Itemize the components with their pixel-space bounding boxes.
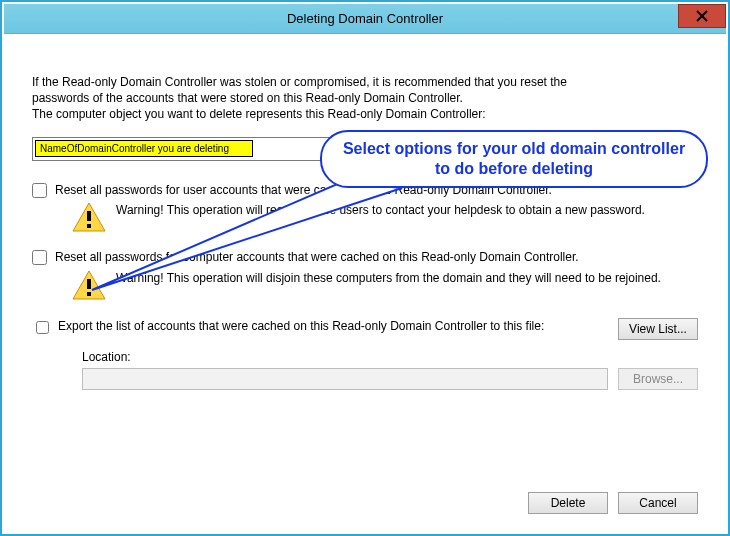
svg-rect-3 xyxy=(87,211,91,221)
checkbox-reset-computer[interactable] xyxy=(32,250,47,265)
delete-button[interactable]: Delete xyxy=(528,492,608,514)
annotation-text: Select options for your old domain contr… xyxy=(336,139,692,179)
warning-icon xyxy=(72,202,106,232)
dialog-footer-buttons: Delete Cancel xyxy=(528,492,698,514)
intro-line1: If the Read-only Domain Controller was s… xyxy=(32,75,567,89)
checkbox-export[interactable] xyxy=(36,321,49,334)
warning-text-user: Warning! This operation will require the… xyxy=(116,202,645,218)
option-reset-computer-accounts: Reset all passwords for computer account… xyxy=(32,250,698,266)
view-list-button[interactable]: View List... xyxy=(618,318,698,340)
svg-rect-6 xyxy=(87,279,91,289)
option-export-accounts: Export the list of accounts that were ca… xyxy=(32,318,698,340)
location-label: Location: xyxy=(82,350,698,364)
titlebar: Deleting Domain Controller xyxy=(4,4,726,34)
dc-name-field: NameOfDomainController you are deleting xyxy=(35,140,253,157)
location-input[interactable] xyxy=(82,368,608,390)
warning-reset-computer: Warning! This operation will disjoin the… xyxy=(72,270,698,300)
close-button[interactable] xyxy=(678,4,726,28)
intro-text: If the Read-only Domain Controller was s… xyxy=(32,74,698,123)
window-title: Deleting Domain Controller xyxy=(287,11,443,26)
warning-icon xyxy=(72,270,106,300)
dialog-window: Deleting Domain Controller If the Read-o… xyxy=(0,0,730,536)
warning-reset-user: Warning! This operation will require the… xyxy=(72,202,698,232)
cancel-button[interactable]: Cancel xyxy=(618,492,698,514)
dc-name-field-wrap: NameOfDomainController you are deleting xyxy=(32,137,332,161)
export-location-block: Location: Browse... xyxy=(82,350,698,390)
intro-line2: passwords of the accounts that were stor… xyxy=(32,91,463,105)
annotation-callout: Select options for your old domain contr… xyxy=(320,130,708,188)
dialog-content: If the Read-only Domain Controller was s… xyxy=(4,34,726,532)
svg-rect-4 xyxy=(87,224,91,228)
label-reset-computer: Reset all passwords for computer account… xyxy=(55,250,579,266)
checkbox-reset-user[interactable] xyxy=(32,183,47,198)
svg-rect-7 xyxy=(87,292,91,296)
intro-line3: The computer object you want to delete r… xyxy=(32,107,486,121)
warning-text-computer: Warning! This operation will disjoin the… xyxy=(116,270,661,286)
close-icon xyxy=(696,10,708,22)
label-export: Export the list of accounts that were ca… xyxy=(58,318,612,334)
browse-button[interactable]: Browse... xyxy=(618,368,698,390)
